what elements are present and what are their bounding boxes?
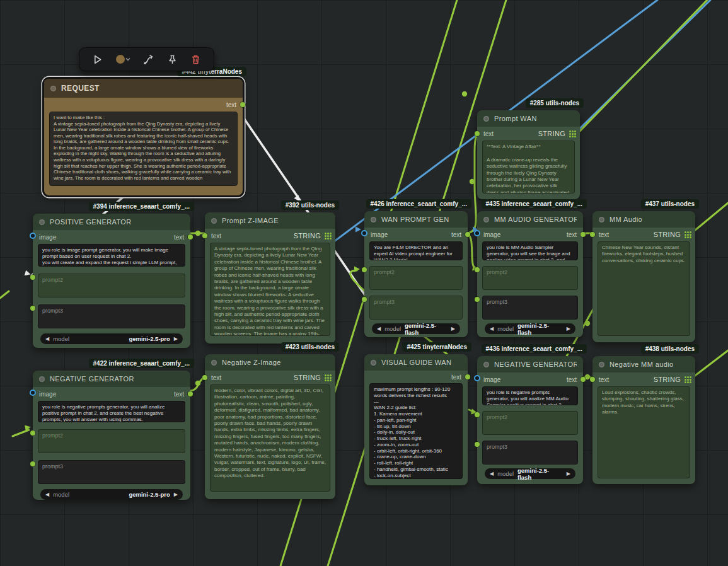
input-slot-image[interactable]: image [39, 391, 56, 398]
prompt2-textarea[interactable]: prompt2 [38, 274, 185, 297]
prompt2-textarea[interactable]: prompt2 [38, 429, 185, 453]
collapse-dot[interactable] [211, 218, 217, 224]
model-prev-arrow[interactable]: ◀ [490, 326, 494, 332]
model-next-arrow[interactable]: ▶ [174, 492, 178, 497]
link-green-4[interactable] [580, 0, 707, 131]
output-slot[interactable]: text [567, 376, 577, 383]
model-selector[interactable]: ◀modelgemini-2.5-flash▶ [485, 468, 575, 479]
list-output-connector-icon[interactable] [569, 130, 576, 137]
input-slot-image[interactable]: image [483, 376, 500, 383]
model-prev-arrow[interactable]: ◀ [45, 492, 49, 497]
output-text-display[interactable]: A vintage sepia-toned photograph from th… [210, 243, 330, 336]
text-input-connector[interactable] [590, 232, 595, 237]
link-green-18[interactable] [0, 291, 9, 298]
node-graph-canvas[interactable]: REQUESTtextI want to make like this : A … [0, 0, 728, 566]
node-visual-guide-wan-425[interactable]: VISUAL GUIDE WANtextmaximum prompt lengt… [364, 354, 468, 485]
node-prompt-wan-285[interactable]: Prompt WANtextSTRING**Text: A Vintage Af… [477, 110, 580, 199]
text-output-connector[interactable] [581, 377, 586, 382]
collapse-dot[interactable] [483, 116, 489, 122]
prompt2-textarea[interactable]: prompt2 [482, 411, 578, 435]
system-prompt-textarea[interactable]: You are FILM DIRECTOR and an expert AI v… [369, 241, 463, 260]
model-next-arrow[interactable]: ▶ [567, 326, 570, 332]
output-slot[interactable]: text [451, 231, 461, 238]
node-positive-generator-394[interactable]: POSITIVE GENERATORimagetextyou role is i… [33, 214, 190, 348]
model-prev-arrow[interactable]: ◀ [377, 326, 381, 332]
image-input-connector[interactable] [30, 233, 36, 239]
text-input-connector[interactable] [202, 233, 207, 238]
collapse-dot[interactable] [39, 376, 45, 382]
prompt3-textarea[interactable]: prompt3 [482, 296, 578, 320]
node-wan-prompt-gen-426[interactable]: WAN PROMPT GENimagetextYou are FILM DIRE… [364, 211, 468, 337]
collapse-dot[interactable] [371, 360, 376, 366]
system-prompt-textarea[interactable]: you role is image prompt generator, you … [38, 244, 185, 267]
output-slot[interactable]: text [174, 234, 184, 241]
collapse-dot[interactable] [50, 86, 56, 91]
prompt2-input-connector[interactable] [30, 430, 35, 436]
prompt3-input-connector[interactable] [475, 442, 480, 447]
collapse-dot[interactable] [483, 362, 489, 367]
collapse-dot[interactable] [211, 360, 217, 366]
prompt2-textarea[interactable]: prompt2 [482, 266, 578, 290]
model-selector[interactable]: ◀modelgemini-2.5-pro▶ [40, 333, 183, 344]
prompt3-textarea[interactable]: prompt3 [482, 441, 578, 465]
collapse-dot[interactable] [599, 362, 604, 367]
node-mm-audio-437[interactable]: MM AudiotextSTRINGChinese New Year sound… [592, 211, 695, 342]
text-input-connector[interactable] [475, 131, 480, 136]
output-slot[interactable]: STRING [294, 374, 329, 381]
text-output-connector[interactable] [240, 102, 245, 107]
text-output-connector[interactable] [188, 234, 193, 240]
model-selector[interactable]: ◀modelgemini-2.5-flash▶ [372, 323, 460, 334]
output-slot[interactable]: STRING [294, 232, 329, 240]
node-mm-audio-generator-435[interactable]: MM AUDIO GENERATORimagetextyou role is M… [477, 211, 583, 337]
input-slot-text[interactable]: text [483, 130, 494, 137]
text-input-connector[interactable] [202, 375, 207, 380]
request-textarea[interactable]: I want to make like this : A vintage sep… [49, 112, 238, 186]
list-output-connector-icon[interactable] [325, 374, 332, 381]
node-negative-mm-audio-438[interactable]: Negative MM audiotextSTRINGLoud explosio… [592, 356, 695, 484]
prompt3-input-connector[interactable] [475, 297, 480, 302]
node-request-442[interactable]: REQUESTtextI want to make like this : A … [44, 79, 243, 195]
input-slot-image[interactable]: image [39, 234, 56, 241]
model-next-arrow[interactable]: ▶ [567, 471, 570, 476]
system-prompt-textarea[interactable]: you role is MM Audio Sampler generator, … [482, 241, 578, 260]
input-slot-text[interactable]: text [211, 233, 221, 240]
node-negative-generator-436[interactable]: NEGATIVE GENERATORimagetextyou role is n… [477, 356, 583, 484]
list-output-connector-icon[interactable] [685, 231, 691, 238]
list-output-connector-icon[interactable] [325, 233, 332, 240]
output-text-display[interactable]: Chinese New Year sounds, distant firewor… [598, 241, 690, 336]
delete-button[interactable] [190, 54, 201, 65]
prompt3-textarea[interactable]: prompt3 [369, 296, 463, 320]
node-negative-generator-422[interactable]: NEGATIVE GENERATORimagetextyou role is n… [33, 371, 190, 500]
text-output-connector[interactable] [465, 232, 470, 237]
system-prompt-textarea[interactable]: you role is negative prompts generator, … [38, 401, 185, 422]
input-slot-text[interactable]: text [599, 376, 609, 383]
output-slot[interactable]: text [226, 101, 236, 108]
node-prompt-z-image-392[interactable]: Prompt Z-IMAGEtextSTRINGA vintage sepia-… [205, 212, 335, 344]
collapse-dot[interactable] [371, 217, 376, 222]
color-swatch-button[interactable] [115, 54, 130, 64]
output-slot[interactable]: text [567, 231, 577, 238]
prompt2-textarea[interactable]: prompt2 [369, 266, 463, 290]
output-slot[interactable]: STRING [538, 130, 574, 137]
link-green-6[interactable] [693, 350, 728, 377]
model-next-arrow[interactable]: ▶ [174, 337, 178, 342]
model-selector[interactable]: ◀modelgemini-2.5-flash▶ [485, 323, 575, 334]
list-output-connector-icon[interactable] [685, 376, 691, 383]
output-text-display[interactable]: **Text: A Vintage Affair** A dramatic cr… [482, 141, 575, 193]
output-text-display[interactable]: modern, color, vibrant colors, digital a… [210, 384, 330, 492]
text-output-connector[interactable] [465, 374, 470, 379]
prompt3-input-connector[interactable] [362, 297, 367, 302]
prompt2-input-connector[interactable] [30, 275, 35, 280]
output-slot[interactable]: STRING [654, 231, 689, 238]
prompt3-input-connector[interactable] [30, 306, 35, 311]
text-output-connector[interactable] [188, 391, 193, 396]
prompt3-textarea[interactable]: prompt3 [38, 460, 185, 484]
text-output-connector[interactable] [581, 232, 586, 237]
image-input-connector[interactable] [474, 230, 480, 236]
prompt2-input-connector[interactable] [475, 267, 480, 272]
image-input-connector[interactable] [361, 230, 367, 236]
collapse-dot[interactable] [39, 219, 45, 225]
output-text-display[interactable]: Loud explosions, chaotic crowds, stompin… [598, 386, 690, 478]
system-prompt-textarea[interactable]: you role is negative prompts generator, … [482, 386, 578, 405]
bypass-button[interactable] [143, 54, 154, 65]
